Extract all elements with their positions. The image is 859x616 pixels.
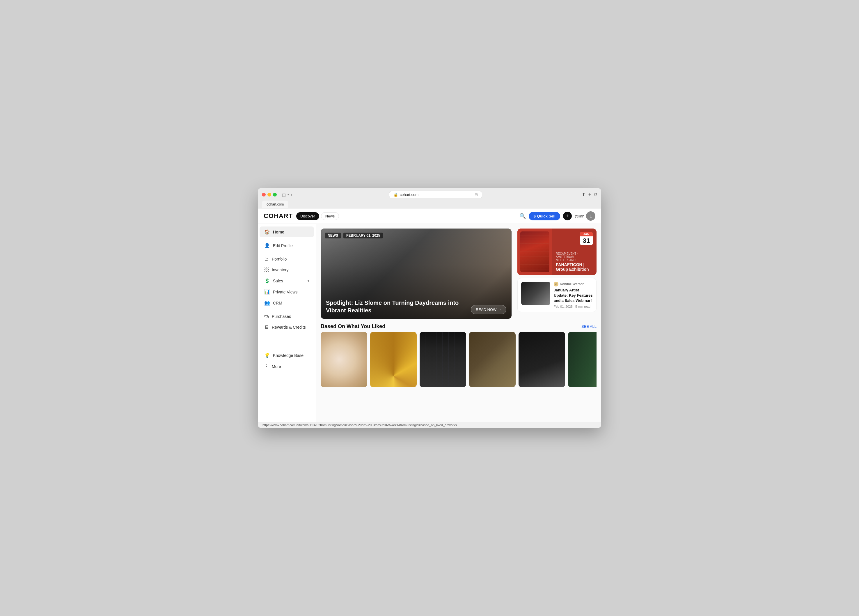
inventory-icon: 🖼 (264, 267, 269, 272)
user-info: @linh L (575, 211, 595, 220)
purchases-icon: 🛍 (264, 314, 269, 319)
right-panel: RECAP EVENT · AMSTERDAM, NETHERLANDS PAN… (515, 228, 597, 319)
article-author: K Kendall Warson (554, 282, 593, 286)
sidebar-label-knowledge-base: Knowledge Base (273, 353, 303, 358)
hero-tag-date: FEBRUARY 01, 2025 (344, 233, 383, 238)
close-button[interactable] (262, 193, 266, 197)
hero-content: Spotlight: Liz Slome on Turning Daydream… (326, 299, 506, 314)
article-card[interactable]: K Kendall Warson January Artist Update: … (517, 278, 597, 312)
sidebar-label-purchases: Purchases (272, 314, 291, 319)
liked-section: Based On What You Liked SEE ALL (321, 324, 597, 387)
read-now-button[interactable]: READ NOW → (471, 305, 506, 314)
username-label: @linh (575, 214, 584, 218)
header-nav: Discover News (296, 212, 339, 220)
event-date-badge: JAN 31 (579, 232, 593, 245)
artwork-image-1 (321, 332, 367, 387)
hero-title: Spotlight: Liz Slome on Turning Daydream… (326, 299, 465, 314)
article-image (521, 282, 550, 305)
browser-tab[interactable]: cohart.com (262, 200, 288, 208)
event-image (517, 228, 552, 275)
sidebar-item-portfolio[interactable]: 🗂 Portfolio (259, 254, 314, 264)
section-title: Based On What You Liked (321, 324, 385, 330)
app-header: COHART Discover News 🔍 $ Quick Sell + @l… (258, 208, 601, 224)
search-button[interactable]: 🔍 (519, 213, 526, 219)
artwork-image-2 (370, 332, 417, 387)
avatar-initials: L (590, 214, 592, 218)
chevron-down-icon[interactable]: ▾ (287, 193, 289, 196)
private-views-icon: 📊 (264, 289, 270, 295)
section-header: Based On What You Liked SEE ALL (321, 324, 597, 330)
portfolio-icon: 🗂 (264, 256, 269, 262)
content-area: NEWS FEBRUARY 01, 2025 Spotlight: Liz Sl… (316, 224, 601, 422)
address-bar[interactable]: 🔒 cohart.com ⊟ (389, 191, 482, 198)
share-icon[interactable]: ⬆ (582, 192, 586, 197)
user-icon: 👤 (264, 243, 270, 248)
event-artwork-thumbnail (520, 231, 550, 272)
home-icon: 🏠 (264, 229, 270, 235)
sidebar-item-home[interactable]: 🏠 Home (259, 227, 314, 237)
artwork-image-5 (519, 332, 565, 387)
sidebar-label-private-views: Private Views (273, 290, 298, 294)
user-avatar[interactable]: L (586, 211, 595, 220)
artwork-image-3 (420, 332, 466, 387)
artworks-row (321, 332, 597, 387)
artwork-card-5[interactable] (519, 332, 565, 387)
news-nav-button[interactable]: News (321, 212, 339, 220)
sidebar-label-sales: Sales (273, 278, 283, 283)
more-icon: ⋮ (264, 364, 269, 369)
author-avatar: K (554, 282, 558, 286)
see-all-button[interactable]: SEE ALL (581, 324, 597, 329)
event-card[interactable]: RECAP EVENT · AMSTERDAM, NETHERLANDS PAN… (517, 228, 597, 275)
crm-icon: 👥 (264, 300, 270, 306)
sidebar-label-portfolio: Portfolio (272, 257, 287, 261)
sidebar-item-sales[interactable]: 💲 Sales ▾ (259, 275, 314, 286)
artwork-card-4[interactable] (469, 332, 515, 387)
artwork-card-2[interactable] (370, 332, 417, 387)
artwork-card-3[interactable] (420, 332, 466, 387)
dollar-icon: $ (533, 214, 536, 218)
sidebar-toggle-icon[interactable]: ◫ (282, 192, 286, 197)
search-icon: 🔍 (519, 213, 526, 219)
sidebar-label-home: Home (273, 230, 284, 235)
back-icon[interactable]: ‹ (291, 192, 292, 198)
url-text: cohart.com (400, 192, 419, 197)
reader-icon: ⊟ (475, 192, 478, 197)
article-thumbnail (521, 282, 550, 305)
article-content: K Kendall Warson January Artist Update: … (554, 282, 593, 308)
minimize-button[interactable] (267, 193, 271, 197)
sidebar-item-private-views[interactable]: 📊 Private Views (259, 286, 314, 297)
app-logo[interactable]: COHART (264, 212, 293, 220)
discover-nav-button[interactable]: Discover (296, 212, 319, 220)
sales-icon: 💲 (264, 278, 270, 283)
sidebar-label-edit-profile: Edit Profile (273, 243, 293, 248)
sidebar-item-knowledge-base[interactable]: 💡 Knowledge Base (259, 350, 314, 361)
add-button[interactable]: + (563, 212, 572, 220)
maximize-button[interactable] (273, 193, 277, 197)
sidebar-item-sales-left: 💲 Sales (264, 278, 283, 283)
status-url: https://www.cohart.com/artworks/113202fr… (262, 423, 457, 427)
artwork-card-1[interactable] (321, 332, 367, 387)
event-type-location: RECAP EVENT · AMSTERDAM, NETHERLANDS (556, 252, 593, 262)
sidebar-item-edit-profile[interactable]: 👤 Edit Profile (259, 240, 314, 251)
sidebar-item-crm[interactable]: 👥 CRM (259, 297, 314, 308)
sidebar-item-more[interactable]: ⋮ More (259, 361, 314, 372)
article-date: Feb 01, 2025 · 5 min read (554, 305, 593, 308)
lock-icon: 🔒 (394, 192, 398, 197)
sidebar-label-crm: CRM (273, 301, 282, 305)
new-tab-icon[interactable]: + (588, 192, 591, 197)
sidebar-label-inventory: Inventory (272, 267, 289, 272)
hero-card: NEWS FEBRUARY 01, 2025 Spotlight: Liz Sl… (321, 228, 512, 319)
article-title: January Artist Update: Key Features and … (554, 288, 593, 303)
artwork-card-6[interactable] (568, 332, 597, 387)
knowledge-base-icon: 💡 (264, 353, 270, 358)
rewards-icon: 🖥 (264, 325, 269, 330)
sidebar-item-inventory[interactable]: 🖼 Inventory (259, 265, 314, 275)
quick-sell-button[interactable]: $ Quick Sell (529, 212, 560, 220)
sidebar-item-rewards-credits[interactable]: 🖥 Rewards & Credits (259, 322, 314, 333)
artwork-image-6 (568, 332, 597, 387)
top-content: NEWS FEBRUARY 01, 2025 Spotlight: Liz Sl… (321, 228, 597, 319)
tabs-icon[interactable]: ⧉ (594, 192, 597, 197)
sidebar-item-purchases[interactable]: 🛍 Purchases (259, 311, 314, 322)
sidebar: 🏠 Home 👤 Edit Profile 🗂 Portfolio 🖼 Inve… (258, 224, 316, 422)
tab-label: cohart.com (267, 202, 284, 206)
